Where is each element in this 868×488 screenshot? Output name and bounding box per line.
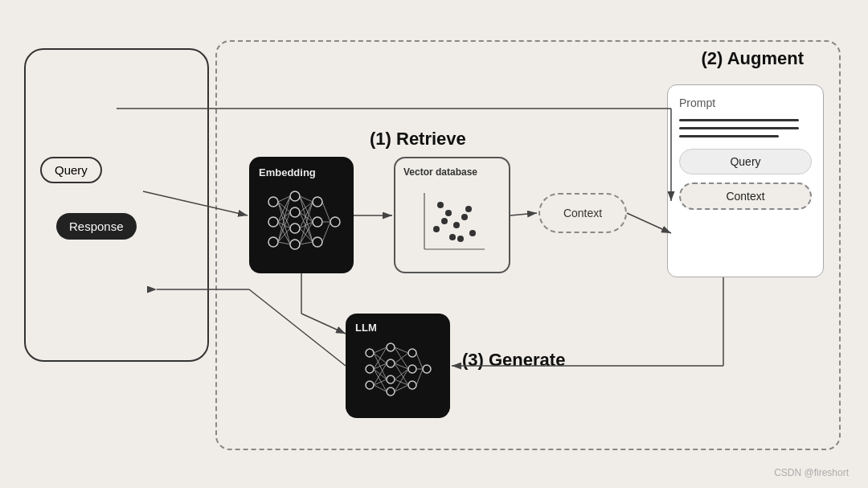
svg-point-6	[290, 240, 300, 249]
svg-point-58	[408, 365, 416, 373]
svg-point-5	[290, 223, 300, 233]
llm-label: LLM	[355, 322, 377, 334]
svg-line-22	[278, 242, 290, 244]
watermark: CSDN @fireshort	[774, 467, 849, 478]
svg-line-34	[300, 242, 313, 244]
svg-point-42	[437, 202, 444, 208]
svg-point-56	[387, 388, 395, 396]
generate-label: (3) Generate	[462, 350, 565, 371]
llm-nn-icon	[360, 337, 436, 401]
vector-db-box: Vector database	[394, 157, 510, 273]
prompt-context-pill: Context	[679, 182, 812, 210]
prompt-line-1	[679, 119, 799, 121]
svg-line-23	[300, 196, 313, 202]
svg-point-1	[268, 217, 278, 227]
embedding-nn-icon	[261, 186, 342, 258]
context-bubble: Context	[538, 193, 627, 233]
context-label: Context	[563, 207, 602, 219]
svg-line-82	[416, 369, 423, 385]
svg-line-76	[395, 369, 408, 379]
svg-point-57	[408, 349, 416, 357]
svg-line-80	[416, 353, 423, 369]
svg-point-50	[366, 349, 374, 357]
svg-point-54	[387, 359, 395, 367]
vector-db-label: Vector database	[403, 166, 477, 178]
vector-db-icon	[408, 181, 497, 261]
prompt-line-2	[679, 127, 799, 129]
diagram-area: Query Response (2) Augment Prompt Query …	[0, 0, 868, 488]
svg-point-53	[387, 343, 395, 351]
svg-point-0	[268, 197, 278, 207]
prompt-line-3	[679, 135, 779, 137]
svg-point-59	[408, 381, 416, 389]
svg-line-11	[278, 196, 290, 202]
prompt-query-pill: Query	[679, 149, 812, 174]
llm-box: LLM	[346, 314, 450, 418]
svg-point-55	[387, 375, 395, 383]
svg-point-46	[449, 234, 456, 240]
query-label: Query	[55, 163, 88, 177]
augment-label: (2) Augment	[701, 48, 804, 69]
svg-point-10	[330, 217, 340, 227]
svg-point-47	[457, 236, 464, 242]
svg-point-40	[433, 226, 440, 232]
prompt-card-title: Prompt	[679, 96, 812, 109]
svg-line-13	[278, 202, 290, 228]
retrieve-label: (1) Retrieve	[370, 129, 466, 150]
svg-point-52	[366, 381, 374, 389]
svg-point-60	[423, 365, 431, 373]
svg-point-7	[313, 197, 322, 207]
prompt-lines	[679, 119, 812, 137]
svg-point-3	[290, 191, 300, 201]
chat-container	[24, 48, 209, 362]
svg-line-29	[300, 202, 313, 228]
response-bubble: Response	[56, 213, 137, 240]
svg-point-8	[313, 217, 322, 227]
svg-point-43	[453, 222, 460, 228]
svg-line-35	[322, 202, 330, 222]
prompt-card: Prompt Query Context	[667, 84, 824, 277]
svg-point-48	[469, 230, 476, 236]
svg-point-41	[445, 210, 452, 216]
svg-point-4	[290, 207, 300, 217]
svg-point-49	[441, 218, 448, 224]
svg-point-2	[268, 237, 278, 247]
embedding-box: Embedding	[249, 157, 354, 273]
svg-point-9	[313, 237, 322, 247]
response-label: Response	[69, 219, 124, 233]
svg-line-37	[322, 222, 330, 242]
svg-point-44	[461, 214, 468, 220]
embedding-label: Embedding	[259, 166, 316, 178]
svg-line-73	[395, 353, 408, 363]
svg-point-51	[366, 365, 374, 373]
query-bubble: Query	[40, 157, 102, 183]
svg-point-45	[465, 206, 472, 212]
